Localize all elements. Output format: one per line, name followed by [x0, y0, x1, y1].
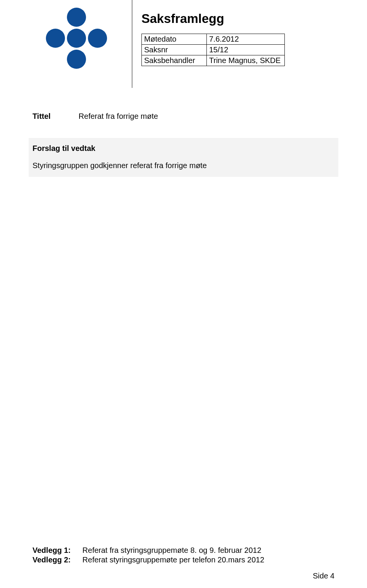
- page-number: Side 4: [313, 572, 335, 580]
- vedlegg-label: Vedlegg 1:: [32, 546, 80, 555]
- document-header: Saksframlegg Møtedato 7.6.2012 Saksnr 15…: [0, 0, 367, 78]
- meta-value: 15/12: [207, 45, 285, 55]
- forslag-heading: Forslag til vedtak: [32, 144, 335, 153]
- forslag-block: Forslag til vedtak Styringsgruppen godkj…: [29, 138, 338, 177]
- content-section: Tittel Referat fra forrige møte Forslag …: [0, 78, 367, 177]
- forslag-body: Styringsgruppen godkjenner referat fra f…: [32, 161, 335, 170]
- vedlegg-section: Vedlegg 1: Referat fra styringsgruppemøt…: [32, 546, 335, 565]
- meta-value: 7.6.2012: [207, 34, 285, 45]
- meta-table: Møtedato 7.6.2012 Saksnr 15/12 Saksbehan…: [141, 34, 285, 66]
- vedlegg-row: Vedlegg 1: Referat fra styringsgruppemøt…: [32, 546, 335, 555]
- vedlegg-label: Vedlegg 2:: [32, 556, 80, 564]
- vedlegg-text: Referat fra styringsgruppemøte 8. og 9. …: [83, 546, 261, 554]
- title-value: Referat fra forrige møte: [79, 112, 158, 120]
- vedlegg-text: Referat styringsgruppemøte per telefon 2…: [83, 556, 265, 564]
- meta-value: Trine Magnus, SKDE: [207, 55, 285, 66]
- meta-label: Saksbehandler: [142, 55, 207, 66]
- vedlegg-row: Vedlegg 2: Referat styringsgruppemøte pe…: [32, 556, 335, 564]
- document-title: Saksframlegg: [141, 11, 367, 26]
- meta-label: Møtedato: [142, 34, 207, 45]
- meta-row: Møtedato 7.6.2012: [142, 34, 285, 45]
- meta-row: Saksbehandler Trine Magnus, SKDE: [142, 55, 285, 66]
- meta-label: Saksnr: [142, 45, 207, 55]
- title-row: Tittel Referat fra forrige møte: [32, 112, 335, 121]
- meta-row: Saksnr 15/12: [142, 45, 285, 55]
- title-label: Tittel: [32, 112, 76, 121]
